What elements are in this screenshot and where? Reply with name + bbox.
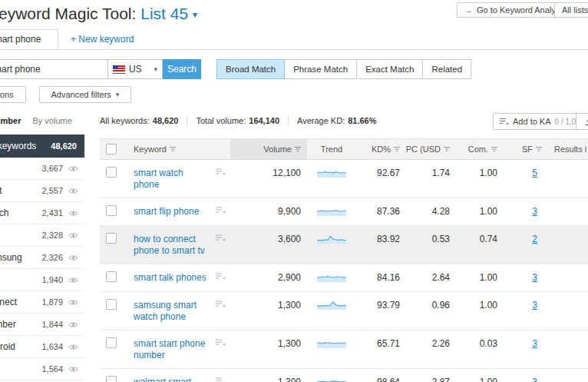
advanced-filters-button[interactable]: Advanced filters ▾ — [39, 86, 132, 103]
eye-icon[interactable] — [68, 188, 78, 194]
checkbox-cell — [100, 292, 127, 330]
group-item[interactable]: can 1,940 — [0, 269, 84, 291]
row-checkbox[interactable] — [106, 233, 117, 244]
sort-by-volume-tab[interactable]: By volume — [32, 116, 71, 125]
eye-icon[interactable] — [68, 165, 78, 172]
volume-cell: 12,100 — [230, 160, 307, 198]
col-keyword[interactable]: Keyword — [127, 139, 230, 159]
table-row: smart talk phones 2,900 84.16 2.64 1.00 … — [100, 264, 588, 292]
sf-link[interactable]: 3 — [532, 300, 537, 311]
col-kd[interactable]: KD% — [356, 139, 406, 159]
row-checkbox[interactable] — [106, 376, 117, 382]
keyword-link[interactable]: smart start phone number — [134, 338, 210, 361]
keyword-link[interactable]: smart flip phone — [134, 206, 199, 218]
sf-link[interactable]: 2 — [532, 234, 537, 244]
add-to-list-icon[interactable] — [216, 168, 226, 179]
keyword-link[interactable]: smart talk phones — [134, 272, 206, 284]
keyword-link[interactable]: walmart smart phones — [134, 377, 210, 382]
eye-icon[interactable] — [68, 210, 78, 217]
stat-average-kd-label: Average KD: — [297, 116, 345, 125]
add-to-list-icon[interactable] — [216, 338, 226, 350]
row-checkbox[interactable] — [106, 337, 117, 348]
country-selector[interactable]: US ▾ — [107, 59, 163, 79]
group-item[interactable]: 1,564 — [0, 358, 84, 380]
group-item[interactable]: android 1,634 — [0, 336, 84, 358]
broad-match-button[interactable]: Broad Match — [216, 59, 285, 79]
add-to-list-icon[interactable] — [216, 377, 226, 382]
checkbox-cell — [100, 160, 127, 198]
questions-filter-button[interactable]: Questions — [0, 86, 26, 103]
list-selector[interactable]: List 45 ▾ — [140, 5, 197, 22]
results-cell — [548, 292, 588, 330]
sf-link[interactable]: 3 — [532, 377, 537, 382]
sort-icon — [394, 146, 400, 152]
group-item[interactable]: number 1,844 — [0, 314, 84, 336]
kd-cell: 83.92 — [356, 226, 406, 264]
eye-icon[interactable] — [68, 321, 78, 328]
keyword-cell: walmart smart phones — [127, 369, 230, 382]
col-sf[interactable]: SF — [504, 139, 548, 159]
eye-icon[interactable] — [68, 299, 78, 306]
row-checkbox[interactable] — [106, 167, 117, 178]
cpc-cell: 2.26 — [406, 331, 456, 368]
sf-link[interactable]: 3 — [532, 338, 537, 349]
eye-icon[interactable] — [68, 277, 78, 284]
eye-icon[interactable] — [68, 366, 78, 373]
keyword-link[interactable]: samsung smart watch phone — [134, 300, 210, 323]
row-checkbox[interactable] — [106, 299, 117, 310]
sf-link[interactable]: 3 — [532, 206, 537, 217]
com-cell: 0.74 — [456, 226, 504, 264]
group-item[interactable]: tv 3,667 — [0, 158, 84, 180]
export-button[interactable] — [576, 113, 588, 130]
kd-cell: 65.71 — [356, 331, 406, 368]
com-cell: 1.00 — [456, 264, 504, 291]
row-checkbox[interactable] — [106, 271, 117, 282]
match-type-group: Broad Match Phrase Match Exact Match Rel… — [217, 59, 471, 79]
keyword-link[interactable]: how to connect phone to smart tv — [134, 234, 210, 257]
tab-smart-phone[interactable]: smart phone — [0, 29, 58, 49]
add-to-list-icon[interactable] — [216, 234, 226, 245]
col-trend[interactable]: Trend — [307, 139, 356, 159]
toolbar: By number By volume All keywords:48,620 … — [0, 112, 588, 132]
phrase-match-button[interactable]: Phrase Match — [284, 59, 357, 79]
add-to-list-icon[interactable] — [216, 206, 226, 218]
cpc-cell: 4.28 — [406, 198, 456, 225]
related-button[interactable]: Related — [422, 59, 471, 79]
group-item[interactable]: best 2,557 — [0, 180, 84, 202]
volume-cell: 1,300 — [230, 369, 307, 382]
sf-link[interactable]: 3 — [532, 272, 537, 283]
col-results[interactable]: Results i — [548, 139, 588, 159]
exact-match-button[interactable]: Exact Match — [356, 59, 423, 79]
eye-icon[interactable] — [68, 344, 78, 350]
group-item[interactable]: watch 2,431 — [0, 202, 84, 224]
new-keyword-link[interactable]: + New keyword — [71, 34, 134, 45]
eye-icon[interactable] — [68, 254, 78, 261]
select-all-checkbox[interactable] — [106, 144, 117, 154]
com-cell: 1.00 — [456, 292, 504, 330]
add-to-ka-button[interactable]: Add to KA 0 / 1,000 — [493, 113, 588, 130]
col-volume[interactable]: Volume — [230, 139, 307, 159]
filters-bar: Questions Advanced filters ▾ — [0, 86, 131, 103]
group-item[interactable]: use 2,328 — [0, 224, 84, 247]
col-com[interactable]: Com. — [456, 139, 504, 159]
table-header-row: Keyword Volume Trend KD% CPC (USD Com. S… — [100, 138, 588, 160]
search-input[interactable] — [0, 59, 107, 79]
search-button[interactable]: Search — [163, 59, 201, 79]
all-lists-button[interactable]: All lists — [554, 2, 588, 18]
group-item[interactable]: connect 1,879 — [0, 291, 84, 314]
checkbox-cell — [100, 331, 127, 368]
keyword-cell: how to connect phone to smart tv — [127, 226, 230, 264]
add-to-list-icon — [500, 118, 509, 126]
col-cpc[interactable]: CPC (USD — [406, 139, 456, 159]
arrow-right-icon: → — [464, 5, 473, 15]
keyword-link[interactable]: smart watch phone — [134, 168, 210, 191]
sort-by-number-tab[interactable]: By number — [0, 116, 21, 125]
group-item[interactable]: samsung 2,326 — [0, 247, 84, 269]
results-cell — [548, 331, 588, 368]
eye-icon[interactable] — [68, 232, 78, 239]
add-to-list-icon[interactable] — [216, 272, 226, 284]
group-all-keywords[interactable]: All keywords 48,620 — [0, 135, 84, 158]
row-checkbox[interactable] — [106, 205, 117, 216]
sf-link[interactable]: 5 — [532, 168, 537, 178]
add-to-list-icon[interactable] — [216, 300, 226, 311]
